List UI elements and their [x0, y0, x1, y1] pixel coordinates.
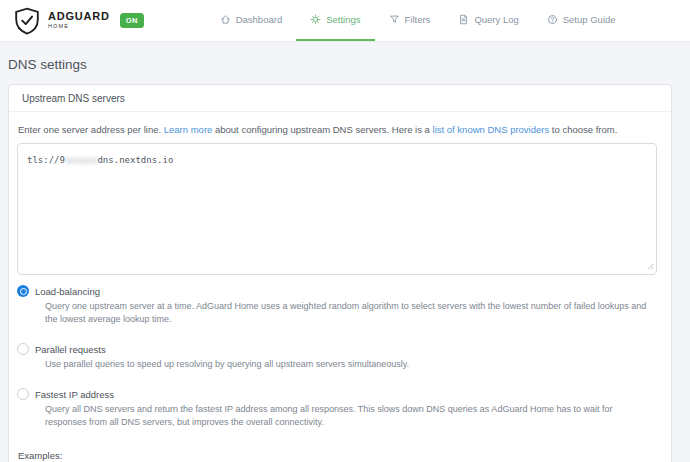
- option-description: Query all DNS servers and return the fas…: [45, 403, 647, 429]
- intro-text: about configuring upstream DNS servers. …: [212, 124, 432, 135]
- intro-text: to choose from.: [549, 124, 617, 135]
- examples-heading: Examples:: [18, 450, 657, 461]
- option-description: Query one upstream server at a time. AdG…: [45, 300, 647, 326]
- nav-settings[interactable]: Settings: [296, 0, 374, 41]
- nav-query-log[interactable]: Query Log: [444, 0, 532, 41]
- card-section-title: Upstream DNS servers: [9, 85, 671, 112]
- radio-load-balancing[interactable]: [17, 285, 29, 297]
- server-address-prefix: tls://9: [27, 155, 65, 165]
- nav-setup-guide[interactable]: Setup Guide: [533, 0, 630, 41]
- gear-icon: [310, 14, 321, 25]
- nav-label: Settings: [326, 14, 360, 25]
- option-parallel-requests: Parallel requests Use parallel queries t…: [17, 343, 657, 371]
- filter-funnel-icon: [389, 14, 400, 25]
- nav-filters[interactable]: Filters: [375, 0, 445, 41]
- adguard-logo[interactable]: ADGUARD HOME ON: [14, 0, 144, 41]
- brand-subtitle: HOME: [48, 24, 110, 30]
- upstream-mode-options: Load-balancing Query one upstream server…: [17, 285, 657, 429]
- resize-handle-icon[interactable]: [646, 262, 654, 272]
- status-badge: ON: [120, 13, 144, 28]
- page-title: DNS settings: [8, 57, 690, 72]
- nav-label: Setup Guide: [563, 14, 616, 25]
- brand-name: ADGUARD: [48, 11, 110, 22]
- redacted-server-id: ●●●●●●: [65, 155, 98, 165]
- option-load-balancing: Load-balancing Query one upstream server…: [17, 285, 657, 326]
- file-document-icon: [458, 14, 469, 25]
- radio-parallel-requests[interactable]: [17, 343, 29, 355]
- option-fastest-ip: Fastest IP address Query all DNS servers…: [17, 388, 657, 429]
- dashboard-icon: [220, 14, 231, 25]
- shield-check-icon: [14, 7, 40, 35]
- option-radio-row[interactable]: Fastest IP address: [17, 388, 657, 400]
- radio-fastest-ip[interactable]: [17, 388, 29, 400]
- option-label: Load-balancing: [35, 286, 100, 297]
- option-radio-row[interactable]: Parallel requests: [17, 343, 657, 355]
- nav-label: Dashboard: [236, 14, 282, 25]
- nav-dashboard[interactable]: Dashboard: [206, 0, 296, 41]
- upstream-dns-card: Upstream DNS servers Enter one server ad…: [8, 84, 672, 462]
- option-radio-row[interactable]: Load-balancing: [17, 285, 657, 297]
- server-address-suffix: dns.nextdns.io: [97, 155, 173, 165]
- intro-text: Enter one server address per line.: [18, 124, 164, 135]
- option-label: Parallel requests: [35, 344, 106, 355]
- nav-label: Filters: [405, 14, 431, 25]
- upstream-dns-textarea[interactable]: tls://9●●●●●●dns.nextdns.io: [17, 143, 657, 275]
- app-header: ADGUARD HOME ON Dashboard Settings: [0, 0, 690, 42]
- main-nav: Dashboard Settings Filters: [206, 0, 630, 41]
- nav-label: Query Log: [474, 14, 518, 25]
- help-circle-icon: [547, 14, 558, 25]
- upstream-description: Enter one server address per line. Learn…: [18, 124, 657, 135]
- dns-providers-link[interactable]: list of known DNS providers: [433, 124, 550, 135]
- learn-more-link[interactable]: Learn more: [164, 124, 213, 135]
- option-description: Use parallel queries to speed up resolvi…: [45, 358, 647, 371]
- logo-text: ADGUARD HOME: [48, 11, 110, 30]
- card-body: Enter one server address per line. Learn…: [9, 112, 671, 462]
- option-label: Fastest IP address: [35, 389, 114, 400]
